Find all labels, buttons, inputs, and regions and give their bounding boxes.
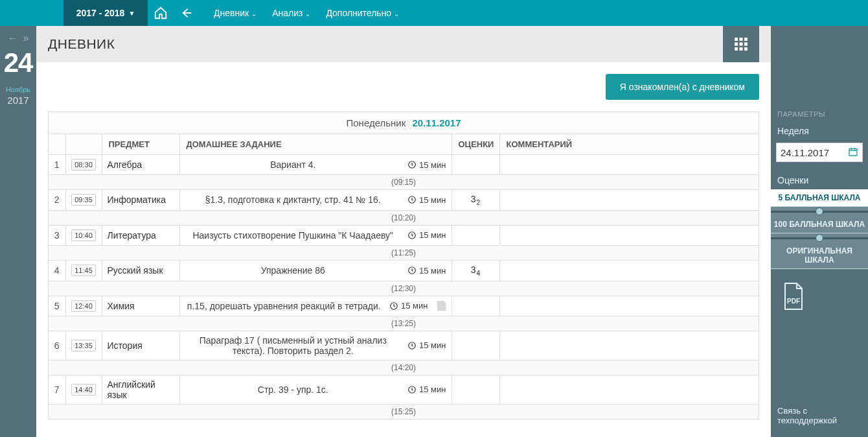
chevron-down-icon: ⌄ — [251, 10, 257, 18]
svg-rect-4 — [740, 43, 743, 46]
col-header-grades: ОЦЕНКИ — [451, 134, 499, 155]
support-link[interactable]: Связь с техподдержкой — [771, 397, 868, 437]
duration: 15 мин — [407, 340, 446, 350]
lesson-time: 10:40 — [65, 225, 102, 245]
nav-more-label: Дополнительно — [326, 8, 391, 18]
nav-more[interactable]: Дополнительно ⌄ — [318, 0, 407, 26]
lesson-homework: Параграф 17 ( письменный и устный анализ… — [179, 331, 451, 360]
grades-label: Оценки — [771, 169, 868, 189]
day-of-week: Понедельник — [346, 117, 405, 128]
col-header-comment: КОММЕНТАРИЙ — [499, 134, 759, 155]
lesson-number: 2 — [49, 190, 65, 211]
lesson-grade — [451, 225, 499, 245]
lesson-time: 09:35 — [65, 190, 102, 211]
lesson-comment — [499, 190, 759, 211]
scale-divider — [771, 207, 868, 216]
table-row: 714:40Английский языкСтр. 39 - упр. 1с. … — [49, 375, 759, 404]
svg-rect-0 — [735, 38, 738, 41]
duration: 15 мин — [407, 266, 446, 276]
col-header-subject: ПРЕДМЕТ — [102, 134, 179, 155]
acknowledge-button[interactable]: Я ознакомлен(а) с дневником — [606, 74, 759, 100]
lesson-number: 7 — [49, 375, 65, 404]
lesson-grade — [451, 375, 499, 404]
prev-day-button[interactable]: ← — [8, 32, 18, 44]
nav-diary-label: Дневник — [214, 8, 249, 18]
lesson-time: 08:30 — [65, 155, 102, 175]
lesson-homework: Упражнение 86 15 мин — [179, 260, 451, 281]
pdf-icon: PDF — [777, 281, 810, 313]
table-row: 512:40Химияп.15, дорешать уравнения реак… — [49, 296, 759, 316]
main-panel: ДНЕВНИК Я ознакомлен(а) с дневником Поне… — [36, 26, 771, 437]
lesson-homework: §1.3, подготовка к диктанту, стр. 41 № 1… — [179, 190, 451, 211]
day-block: Понедельник 20.11.2017 ПРЕДМЕТ ДОМАШНЕЕ … — [48, 112, 759, 419]
lesson-grade: 32 — [451, 190, 499, 211]
table-row: 613:35ИсторияПараграф 17 ( письменный и … — [49, 331, 759, 360]
svg-rect-8 — [744, 47, 748, 51]
svg-rect-7 — [740, 47, 743, 51]
lesson-comment — [499, 296, 759, 316]
page-title: ДНЕВНИК — [48, 36, 115, 52]
svg-rect-5 — [744, 43, 748, 46]
home-icon — [154, 6, 168, 20]
break-row: (09:15) — [49, 175, 759, 190]
lesson-number: 5 — [49, 296, 65, 316]
lesson-comment — [499, 225, 759, 245]
lesson-grade — [451, 296, 499, 316]
break-row: (10:20) — [49, 210, 759, 225]
back-button[interactable] — [174, 6, 200, 20]
nav-diary[interactable]: Дневник ⌄ — [206, 0, 264, 26]
duration: 15 мин — [407, 230, 446, 240]
attachment-icon[interactable] — [437, 301, 446, 311]
next-day-button[interactable]: » — [23, 32, 29, 44]
break-row: (12:30) — [49, 281, 759, 296]
scale-5-button[interactable]: 5 БАЛЛЬНАЯ ШКАЛА — [771, 189, 868, 207]
col-header-empty — [49, 134, 65, 155]
week-label: Неделя — [771, 122, 868, 140]
lesson-time: 11:45 — [65, 260, 102, 281]
lesson-subject: Алгебра — [102, 155, 179, 175]
table-row: 108:30АлгебраВариант 4. 15 мин — [49, 155, 759, 175]
col-header-homework: ДОМАШНЕЕ ЗАДАНИЕ — [179, 134, 451, 155]
svg-rect-1 — [740, 38, 743, 41]
break-row: (11:25) — [49, 245, 759, 260]
export-pdf-button[interactable]: PDF — [777, 281, 810, 313]
duration: 15 мин — [389, 301, 428, 311]
lesson-subject: История — [102, 331, 179, 360]
duration: 15 мин — [407, 160, 446, 170]
lesson-number: 3 — [49, 225, 65, 245]
apps-grid-button[interactable] — [723, 26, 759, 62]
home-button[interactable] — [148, 6, 174, 20]
svg-text:PDF: PDF — [787, 298, 800, 305]
week-date-input[interactable]: 24.11.2017 — [776, 143, 863, 162]
params-rail: ПАРАМЕТРЫ Неделя 24.11.2017 Оценки 5 БАЛ… — [771, 26, 868, 437]
col-header-empty2 — [65, 134, 102, 155]
lesson-comment — [499, 260, 759, 281]
lesson-number: 6 — [49, 331, 65, 360]
lesson-time: 12:40 — [65, 296, 102, 316]
scale-original-button[interactable]: ОРИГИНАЛЬНАЯ ШКАЛА — [771, 242, 868, 269]
top-nav: 2017 - 2018 ▼ Дневник ⌄ Анализ ⌄ Дополни… — [0, 0, 868, 26]
nav-analysis-label: Анализ — [272, 8, 303, 18]
lesson-grade — [451, 331, 499, 360]
table-row: 209:35Информатика§1.3, подготовка к дикт… — [49, 190, 759, 211]
nav-analysis[interactable]: Анализ ⌄ — [264, 0, 318, 26]
lesson-subject: Английский язык — [102, 375, 179, 404]
lesson-time: 13:35 — [65, 331, 102, 360]
lesson-subject: Русский язык — [102, 260, 179, 281]
table-row: 411:45Русский языкУпражнение 86 15 мин34 — [49, 260, 759, 281]
svg-rect-3 — [735, 43, 738, 46]
svg-rect-16 — [849, 148, 857, 156]
lesson-grade: 34 — [451, 260, 499, 281]
scale-100-button[interactable]: 100 БАЛЛЬНАЯ ШКАЛА — [771, 216, 868, 233]
lesson-number: 4 — [49, 260, 65, 281]
apps-grid-icon — [733, 36, 749, 52]
lesson-comment — [499, 375, 759, 404]
lesson-homework: Вариант 4. 15 мин — [179, 155, 451, 175]
year-selector[interactable]: 2017 - 2018 ▼ — [63, 0, 148, 26]
lesson-subject: Информатика — [102, 190, 179, 211]
lesson-comment — [499, 155, 759, 175]
lesson-number: 1 — [49, 155, 65, 175]
current-year: 2017 — [7, 95, 29, 106]
chevron-down-icon: ⌄ — [394, 10, 399, 18]
params-label: ПАРАМЕТРЫ — [771, 110, 868, 122]
